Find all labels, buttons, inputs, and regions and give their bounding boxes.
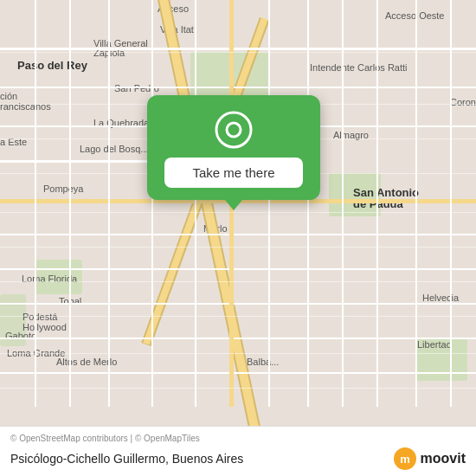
map-label-helvecia: Helvecia <box>422 293 459 303</box>
map-label-lago-del-bosq: Lago del Bosq... <box>80 144 149 154</box>
moovit-text: moovit <box>421 451 466 466</box>
map-label-hollywood: Hollywood <box>23 322 67 332</box>
map-label-podesta: Podestá <box>23 312 57 322</box>
map-attribution: © OpenStreetMap contributors | © OpenMap… <box>10 434 466 443</box>
svg-point-1 <box>227 123 241 137</box>
map-label-pompeya: Pompeya <box>43 183 83 194</box>
take-me-there-button[interactable]: Take me there <box>164 158 303 188</box>
map-container: Paso del Rey Villa Itatí Villa General Z… <box>0 0 476 476</box>
map-label-cion: ción <box>0 91 17 101</box>
map-label-coronel: Coron... <box>450 97 476 107</box>
svg-point-0 <box>216 113 251 147</box>
map-label-balba: Balba... <box>247 357 279 367</box>
map-background: Paso del Rey Villa Itatí Villa General Z… <box>0 0 476 476</box>
map-label-paso-del-rey: Paso del Rey <box>17 59 87 72</box>
location-popup: Take me there <box>147 95 320 200</box>
map-label-intendente: Intendente Carlos Ratti <box>310 62 408 73</box>
map-label-franciscanos: ranciscanos <box>0 101 51 112</box>
moovit-logo: m moovit <box>393 447 466 471</box>
bottom-info-bar: © OpenStreetMap contributors | © OpenMap… <box>0 426 476 476</box>
moovit-icon: m <box>393 447 417 471</box>
location-pin-icon <box>215 111 253 149</box>
bottom-content: Psicólogo-Cichello Guillermo, Buenos Air… <box>10 447 466 471</box>
place-name: Psicólogo-Cichello Guillermo, Buenos Air… <box>10 452 243 466</box>
svg-text:m: m <box>400 453 410 466</box>
